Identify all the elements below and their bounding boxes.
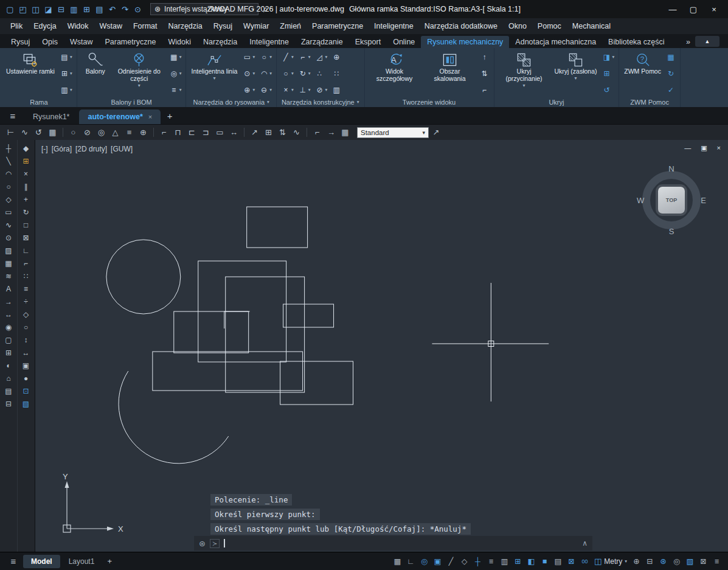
plot-icon[interactable]: ⊟ (55, 3, 68, 15)
hardware-accel-toggle[interactable]: ▧ (684, 555, 696, 568)
menu-item-wstaw[interactable]: Wstaw (94, 20, 128, 32)
ribbon-tab-eksport[interactable]: Eksport (349, 36, 387, 48)
array-tool-icon[interactable]: ⊞ (19, 155, 33, 167)
construction-center-button[interactable]: ⊕ (331, 52, 342, 62)
delete-tool-icon[interactable]: × (19, 167, 33, 180)
close-button[interactable]: × (704, 1, 724, 18)
chamfer-tool-icon[interactable]: ⌐ (19, 257, 33, 269)
menu-item-okno[interactable]: Okno (503, 20, 532, 32)
multiline-tool-icon[interactable]: ≋ (1, 269, 16, 282)
compass-east[interactable]: E (701, 196, 706, 205)
smart-center-button[interactable]: ⊕▾ (241, 85, 255, 95)
lineweight-toggle[interactable]: ≡ (485, 555, 497, 568)
status-menu-button[interactable]: ≡ (5, 554, 22, 569)
zwm-help-button[interactable]: ?ZWM Pomoc (622, 50, 663, 97)
menu-item-plik[interactable]: Plik (5, 20, 28, 32)
new-file-icon[interactable]: ▢ (4, 3, 16, 15)
publish-icon[interactable]: ⊞ (80, 3, 93, 15)
document-menu-icon[interactable]: ≡ (2, 108, 23, 123)
circle-tool-icon[interactable]: ○ (1, 180, 16, 193)
menu-item-edycja[interactable]: Edycja (28, 20, 62, 32)
smart-circle-button[interactable]: ⊙▾ (241, 68, 255, 78)
layout-tab-layout1[interactable]: Layout1 (61, 555, 103, 568)
angle-dim-icon[interactable]: ⌐ (310, 126, 324, 139)
region-tool-icon[interactable]: ⌂ (1, 372, 16, 384)
bom-export-button[interactable]: ≡▾ (168, 85, 182, 95)
hatch-tool-icon[interactable]: ▨ (1, 244, 16, 257)
command-input-bar[interactable]: ⊛ ≻ ∧ (194, 536, 592, 551)
spline-tool-icon[interactable]: ∿ (1, 218, 16, 231)
ribbon-tab-online[interactable]: Online (387, 36, 421, 48)
construction-perpendicular-button[interactable]: ⊥▾ (297, 85, 311, 95)
polygon-tool-icon[interactable]: ◇ (1, 193, 16, 206)
construction-points-button[interactable]: ∴ (314, 68, 328, 78)
snap-endpoint-icon[interactable]: ⊢ (4, 126, 18, 139)
smart-line-button[interactable]: Inteligentna linia▾ (189, 50, 239, 97)
table-insert-icon[interactable]: ⊞ (262, 126, 276, 139)
add-layout-button[interactable]: + (103, 557, 116, 566)
ribbon-tab-rysuj[interactable]: Rysuj (5, 36, 36, 48)
right-bracket-icon[interactable]: ⊐ (199, 126, 213, 139)
command-collapse-icon[interactable]: ∧ (582, 539, 588, 547)
document-tab-auto-terenowe[interactable]: auto-terenowe*× (79, 109, 161, 124)
hide-settings-button[interactable]: ◨▾ (601, 52, 615, 62)
ribbon-tab-wstaw[interactable]: Wstaw (64, 36, 99, 48)
frame-setup-button[interactable]: Ustawienie ramki (4, 50, 57, 97)
dynamic-input-toggle[interactable]: ┼ (471, 555, 484, 568)
ribbon-collapse-button[interactable]: ▲ (695, 36, 719, 47)
erase-construction-button[interactable]: ×▾ (280, 85, 294, 95)
isolate-objects-toggle[interactable]: ◎ (670, 555, 683, 568)
ribbon-tab-widoki[interactable]: Widoki (162, 36, 198, 48)
points-tool-icon[interactable]: ∷ (19, 269, 33, 282)
bom-table-button[interactable]: ▦▾ (168, 52, 182, 62)
ribbon-tab-zarządzanie[interactable]: Zarządzanie (295, 36, 349, 48)
menu-item-widok[interactable]: Widok (62, 20, 94, 32)
redo-icon[interactable]: ↷ (119, 3, 131, 15)
isometric-toggle[interactable]: ◇ (458, 555, 471, 568)
triangle-snap-icon[interactable]: △ (108, 126, 122, 139)
menu-item-inteligentne[interactable]: Inteligentne (369, 20, 419, 32)
ribbon-tab-narzędzia[interactable]: Narzędzia (197, 36, 243, 48)
new-tab-button[interactable]: + (162, 108, 178, 123)
rotate-tool-icon[interactable]: ↻ (19, 206, 33, 218)
scale-area-button[interactable]: Obszar skalowania (423, 50, 477, 97)
layer-grid-icon[interactable]: ▦ (46, 126, 60, 139)
ribbon-group-label-narzędzia-do-rysowania[interactable]: Narzędzia do rysowania▾ (186, 97, 276, 107)
quick-properties-toggle[interactable]: ⊟ (643, 555, 656, 568)
left-bracket-icon[interactable]: ⊏ (185, 126, 199, 139)
construction-box-button[interactable]: ▥ (331, 85, 342, 95)
ray-tool-icon[interactable]: → (1, 295, 16, 308)
annotation-toggle[interactable]: ◧ (525, 555, 538, 568)
ribbon-group-label-balony-i-bom[interactable]: Balony i BOM (77, 97, 186, 107)
properties-icon[interactable]: ▤ (93, 3, 106, 15)
units-dropdown[interactable]: ◫ Metry ▾ (591, 557, 630, 566)
smart-rect-button[interactable]: ▭▾ (241, 52, 255, 62)
ribbon-group-label-ukryj[interactable]: Ukryj (494, 97, 619, 107)
menu-item-wymiar[interactable]: Wymiar (238, 20, 274, 32)
osnap-toggle[interactable]: ▣ (431, 555, 444, 568)
viewport-label-part-2[interactable]: [2D druty] (75, 145, 107, 153)
polar-toggle[interactable]: ◎ (418, 555, 431, 568)
zwm-grid-button[interactable]: ▦ (665, 52, 676, 62)
block-tool-icon[interactable]: ⊞ (1, 346, 16, 359)
detail-view-button[interactable]: AWidok szczegółowy (368, 50, 421, 97)
gradient-tool-icon[interactable]: ◐ (1, 359, 16, 372)
rect-dim-icon[interactable]: ▭ (213, 126, 227, 139)
construction-corner-button[interactable]: ⌐▾ (297, 52, 311, 62)
table-tool-icon[interactable]: ▦ (1, 257, 16, 269)
snap-spline-icon[interactable]: ∿ (18, 126, 32, 139)
circle-snap-icon[interactable]: ○ (66, 126, 80, 139)
edit-style-icon[interactable]: ↗ (429, 128, 443, 137)
donut-tool-icon[interactable]: ◉ (1, 321, 16, 333)
viewport-restore-button[interactable]: ▣ (701, 144, 707, 152)
ribbon-tab-parametryczne[interactable]: Parametryczne (99, 36, 162, 48)
model-paper-toggle[interactable]: ⊠ (565, 555, 578, 568)
ribbon-tab-inteligentne[interactable]: Inteligentne (243, 36, 295, 48)
leader-icon[interactable]: ↗ (248, 126, 262, 139)
view-compass[interactable]: N E S W TOP (637, 165, 706, 235)
arc-tool-icon[interactable]: ◠ (1, 167, 16, 180)
view-cube[interactable]: TOP (658, 187, 685, 214)
extend-tool-icon[interactable]: ↔ (19, 346, 33, 359)
ribbon-tab-biblioteka-części[interactable]: Biblioteka części (602, 36, 670, 48)
arc-draw-button[interactable]: ◠▾ (258, 68, 272, 78)
